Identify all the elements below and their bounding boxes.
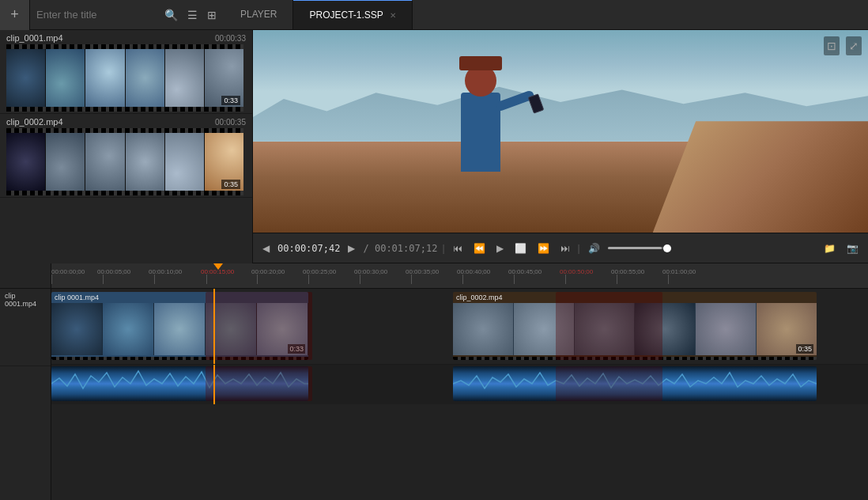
ruler-mark-9: 00:00:45;00: [508, 268, 542, 275]
clip-2-header: clip_0002.mp4 00:00:35: [6, 117, 246, 127]
separator-2: |: [578, 243, 580, 254]
clip2-selection: [556, 292, 662, 360]
clip-1-timecode: 0:33: [221, 96, 240, 105]
clip-item-2: clip_0002.mp4 00:00:35 0:35: [0, 114, 252, 198]
playhead-audio: [213, 365, 215, 404]
track-labels: clip 0001.mp4: [0, 289, 51, 500]
ruler-mark-10: 00:00:50;00: [560, 268, 593, 275]
video-track-label: clip 0001.mp4: [0, 289, 51, 366]
tab-area: PLAYER PROJECT-1.SSP ✕: [225, 0, 868, 29]
video-clip-2-label: clip_0002.mp4: [453, 292, 506, 303]
clip-1-name: clip_0001.mp4: [6, 33, 63, 43]
audio-sel-2: [556, 366, 662, 401]
frame-back-button[interactable]: ⏪: [470, 241, 489, 256]
tab-player[interactable]: PLAYER: [225, 0, 293, 29]
video-display: ⊡ ⤢: [253, 30, 868, 233]
step-fwd-button[interactable]: ⏭: [557, 241, 573, 256]
top-section: clip_0001.mp4 00:00:33 0:33 cli: [0, 30, 868, 263]
clip-item-1: clip_0001.mp4 00:00:33 0:33: [0, 30, 252, 114]
ruler-mark-7: 00:00:35;00: [406, 268, 439, 275]
tab-close-icon[interactable]: ✕: [390, 11, 396, 20]
track-content: clip 0001.mp4 0:33 clip_0002.mp4: [51, 289, 868, 500]
player-area: ⊡ ⤢ ◀ 00:00:07;42 ▶ / 00:01:07;12 | ⏮ ⏪ …: [253, 30, 868, 263]
ruler-mark-8: 00:00:40;00: [457, 268, 490, 275]
add-button[interactable]: +: [0, 0, 30, 30]
ruler-mark-4: 00:00:20;00: [251, 268, 285, 275]
audio-track: [51, 365, 868, 404]
clip-2-timecode: 0:35: [221, 180, 240, 189]
ruler-mark-5: 00:00:25;00: [303, 268, 336, 275]
ruler-mark-11: 00:00:55;00: [611, 268, 644, 275]
play-button[interactable]: ▶: [345, 241, 358, 256]
timeline-section: 00:00:00;00 00:00:05;00 00:00:10;00 00:0…: [0, 263, 868, 500]
list-icon[interactable]: ☰: [184, 6, 201, 25]
camera-icon[interactable]: 📷: [843, 241, 862, 256]
clip-1-duration: 00:00:33: [215, 34, 246, 43]
search-icon[interactable]: 🔍: [161, 6, 181, 25]
clip1-selection: [206, 292, 312, 360]
rewind-button[interactable]: ◀: [259, 241, 273, 256]
play-center-button[interactable]: ▶: [493, 241, 507, 256]
video-track: clip 0001.mp4 0:33 clip_0002.mp4: [51, 289, 868, 365]
folder-icon[interactable]: 📁: [821, 241, 839, 256]
fullscreen-icon[interactable]: ⤢: [846, 36, 862, 55]
current-timecode: 00:00:07;42: [277, 243, 340, 254]
volume-thumb: [663, 244, 671, 252]
timeline-ruler: 00:00:00;00 00:00:05;00 00:00:10;00 00:0…: [0, 263, 868, 289]
tab-project[interactable]: PROJECT-1.SSP ✕: [293, 0, 412, 29]
clip2-badge: 0:35: [796, 344, 813, 354]
stop-button[interactable]: ⬜: [511, 241, 530, 256]
player-top-icons: ⊡ ⤢: [824, 36, 862, 55]
clip-2-name: clip_0002.mp4: [6, 117, 63, 127]
clip-2-thumbnail[interactable]: 0:35: [6, 128, 243, 195]
title-input[interactable]: [30, 0, 157, 30]
frame-fwd-button[interactable]: ⏩: [534, 241, 553, 256]
ruler-mark-0: 00:00:00;00: [51, 268, 85, 275]
fit-screen-icon[interactable]: ⊡: [824, 36, 840, 55]
total-timecode: / 00:01:07;12: [363, 243, 437, 254]
ruler-mark-6: 00:00:30;00: [354, 268, 387, 275]
ruler-mark-1: 00:00:05;00: [97, 268, 130, 275]
clip-1-header: clip_0001.mp4 00:00:33: [6, 33, 246, 43]
volume-fill: [608, 247, 662, 249]
left-panel: clip_0001.mp4 00:00:33 0:33 cli: [0, 30, 253, 267]
ruler-mark-2: 00:00:10;00: [149, 268, 182, 275]
ruler-mark-12: 00:01:00;00: [662, 268, 696, 275]
audio-sel-1: [206, 366, 312, 401]
step-back-button[interactable]: ⏮: [450, 241, 466, 256]
volume-icon[interactable]: 🔊: [585, 241, 603, 256]
video-clip-1-label: clip 0001.mp4: [51, 292, 102, 303]
top-bar: + 🔍 ☰ ⊞ PLAYER PROJECT-1.SSP ✕: [0, 0, 868, 30]
volume-slider[interactable]: [608, 247, 671, 249]
playhead-video: [213, 289, 215, 364]
grid-icon[interactable]: ⊞: [204, 6, 220, 25]
player-controls: ◀ 00:00:07;42 ▶ / 00:01:07;12 | ⏮ ⏪ ▶ ⬜ …: [253, 233, 868, 263]
separator-1: |: [442, 243, 444, 254]
timeline-tracks-container: clip 0001.mp4 clip 0001.mp4: [0, 289, 868, 500]
clip-2-duration: 00:00:35: [215, 118, 246, 127]
video-background: [253, 30, 868, 233]
audio-track-label: [0, 366, 51, 407]
clip-1-thumbnail[interactable]: 0:33: [6, 44, 243, 112]
playhead-ruler-indicator: [213, 263, 223, 270]
